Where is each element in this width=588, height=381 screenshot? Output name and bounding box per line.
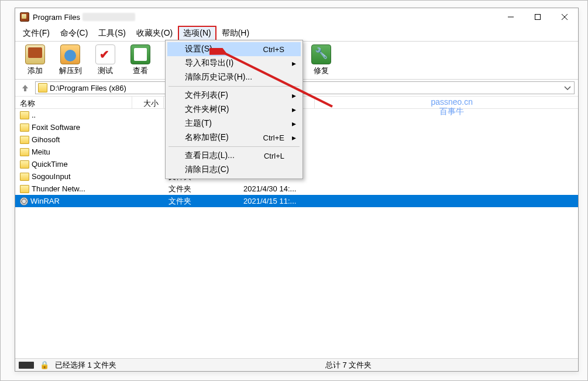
menu-item-label: 清除历史记录(H)... [185,72,252,83]
watermark-line1: passneo.cn [431,97,473,107]
title-bar: Program Files [15,8,578,26]
menu-separator [169,86,300,87]
file-name: WinRAR [30,197,60,205]
toolbar-repair[interactable]: 修复 [304,42,339,78]
menu-item[interactable]: 清除历史记录(H)... [167,70,301,84]
menu-item[interactable]: 名称加密(E)Ctrl+E▸ [167,131,301,145]
status-right: 总计 7 文件夹 [325,360,372,370]
close-button[interactable] [551,8,578,26]
menu-item-label: 主题(T) [185,118,212,129]
file-date: 2021/4/15 11:... [239,197,315,205]
toolbar-test-label: 测试 [98,66,113,76]
folder-icon [38,83,47,92]
submenu-arrow-icon: ▸ [292,119,296,128]
menu-item[interactable]: 主题(T)▸ [167,116,301,131]
submenu-arrow-icon: ▸ [292,133,296,142]
menu-item[interactable]: 设置(S)...Ctrl+S [167,42,301,56]
folder-icon [20,173,29,181]
file-name: .. [32,111,36,119]
toolbar-extract[interactable]: 解压到 [53,42,88,78]
file-name: SogouInput [32,172,71,181]
menu-separator [169,146,300,147]
menu-shortcut: Ctrl+E [263,133,284,142]
file-row[interactable]: Thunder Netw...文件夹2021/4/30 14:... [15,183,578,195]
status-left: 已经选择 1 文件夹 [55,360,116,370]
close-icon [562,14,568,20]
menu-item-label: 文件列表(F) [185,90,228,101]
test-icon [95,44,115,64]
menu-item[interactable]: 导入和导出(I)▸ [167,56,301,70]
toolbar-add[interactable]: 添加 [18,42,53,78]
menu-item-label: 清除日志(C) [185,164,229,175]
menu-shortcut: Ctrl+S [263,45,284,54]
column-size[interactable]: 大小 [132,97,164,108]
submenu-arrow-icon: ▸ [292,105,296,114]
menu-item-label: 名称加密(E) [185,132,229,143]
address-box[interactable]: D:\Program Files (x86) [35,81,575,94]
toolbar-repair-label: 修复 [314,66,329,76]
folder-icon [20,160,29,169]
file-type: 文件夹 [164,196,239,207]
menu-favorites[interactable]: 收藏夹(O) [131,26,178,41]
menu-file[interactable]: 文件(F) [18,26,55,41]
minimize-icon [508,14,514,20]
app-icon [20,12,29,22]
menu-bar: 文件(F) 命令(C) 工具(S) 收藏夹(O) 选项(N) 帮助(H) [15,26,578,41]
file-name: Gihosoft [32,135,60,144]
submenu-arrow-icon: ▸ [292,91,296,100]
file-row[interactable]: WinRAR文件夹2021/4/15 11:... [15,195,578,207]
status-bar: 🔒 已经选择 1 文件夹 总计 7 文件夹 [15,358,578,371]
folder-icon [20,148,29,156]
watermark: passneo.cn 百事牛 [431,97,473,117]
file-name: Foxit Software [32,123,80,132]
menu-item-label: 文件夹树(R) [185,104,229,115]
file-name: Meitu [32,147,50,156]
window-title: Program Files [33,13,80,22]
menu-shortcut: Ctrl+L [264,152,284,160]
view-icon [130,44,150,64]
column-name[interactable]: 名称 [15,97,132,108]
svg-rect-1 [535,15,541,20]
watermark-line2: 百事牛 [431,107,473,117]
folder-icon [20,185,29,193]
toolbar-view[interactable]: 查看 [123,42,158,78]
file-name: QuickTime [32,160,68,169]
status-drive-icon [19,362,34,369]
menu-item-label: 导入和导出(I) [185,58,233,68]
folder-icon [20,111,29,119]
folder-icon [20,123,29,132]
app-window: Program Files 文件(F) 命令(C) 工具(S) 收藏夹(O) 选… [15,8,579,372]
repair-icon [311,44,331,64]
menu-tools[interactable]: 工具(S) [93,26,131,41]
chevron-down-icon [563,84,572,92]
menu-item[interactable]: 文件夹树(R)▸ [167,102,301,116]
disc-icon [20,197,28,205]
toolbar-view-label: 查看 [133,66,148,76]
menu-item-label: 设置(S)... [185,44,219,54]
maximize-button[interactable] [524,8,551,26]
toolbar-extract-label: 解压到 [59,66,82,76]
maximize-icon [535,14,541,20]
extract-icon [60,44,80,64]
folder-icon [20,136,29,144]
toolbar-test[interactable]: 测试 [88,42,123,78]
minimize-button[interactable] [497,8,524,26]
menu-help[interactable]: 帮助(H) [216,26,255,41]
menu-item[interactable]: 查看日志(L)...Ctrl+L [167,149,301,163]
title-blur [82,13,135,21]
menu-item[interactable]: 清除日志(C) [167,163,301,177]
add-icon [25,44,45,64]
menu-item-label: 查看日志(L)... [185,150,235,161]
up-arrow-icon [21,84,29,92]
menu-command[interactable]: 命令(C) [55,26,93,41]
file-name: Thunder Netw... [32,184,85,193]
address-path: D:\Program Files (x86) [50,84,126,92]
file-date: 2021/4/30 14:... [239,184,315,193]
menu-item[interactable]: 文件列表(F)▸ [167,88,301,102]
lock-icon: 🔒 [40,361,49,369]
up-button[interactable] [19,81,32,94]
options-dropdown: 设置(S)...Ctrl+S导入和导出(I)▸清除历史记录(H)...文件列表(… [165,40,303,179]
menu-options[interactable]: 选项(N) [178,26,216,41]
submenu-arrow-icon: ▸ [292,59,296,68]
toolbar-add-label: 添加 [27,66,43,76]
